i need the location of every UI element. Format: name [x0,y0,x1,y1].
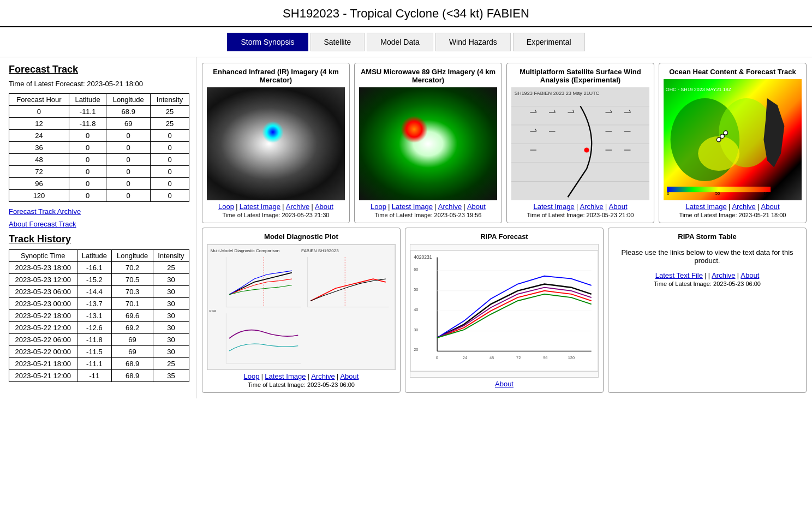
ir-imagery-image [207,87,345,200]
svg-point-25 [584,147,589,152]
forecast-track-title: Forecast Track [9,64,189,75]
model-diagnostic-title: Model Diagnostic Plot [207,232,396,241]
svg-text:50: 50 [715,191,720,196]
table-row: 2023-05-22 18:00-13.169.630 [9,310,189,322]
left-panel: Forecast Track Time of Latest Forecast: … [0,57,196,398]
table-row: 2023-05-21 18:00-11.168.925 [9,358,189,370]
wind-latest-link[interactable]: Latest Image [533,202,574,211]
ir-archive-link[interactable]: Archive [286,202,309,211]
table-row: 2023-05-22 00:00-11.56930 [9,346,189,358]
table-row: 2023-05-23 00:00-13.770.130 [9,298,189,310]
amsu-about-link[interactable]: About [467,202,486,211]
track-col-time: Synoptic Time [9,250,77,262]
wind-analysis-links: Latest Image | Archive | About [511,202,649,211]
svg-text:0: 0 [667,191,669,196]
table-row: 2023-05-23 06:00-14.470.330 [9,286,189,298]
tab-storm-synopsis[interactable]: Storm Synopsis [227,33,308,51]
wind-analysis-svg: SH1923 FABIEN 2023 23 May 21UTC [511,87,649,200]
track-history-scroll[interactable]: Synoptic Time Latitude Longitude Intensi… [9,249,189,387]
ripa-storm-body: Please use the links below to view the t… [613,244,802,269]
table-row: 2023-05-23 12:00-15.270.530 [9,274,189,286]
ohc-card: Ocean Heat Content & Forecast Track OHC … [659,63,807,223]
ripa-storm-time: Time of Latest Image: 2023-05-23 06:00 [613,281,802,287]
svg-text:SH1923   FABIEN 2023 23 May 21: SH1923 FABIEN 2023 23 May 21UTC [515,91,600,96]
svg-text:RIPA: RIPA [209,309,216,313]
table-row: 12-11.86925 [9,118,189,130]
tab-experimental[interactable]: Experimental [513,33,585,51]
ripa-forecast-image: 4020231 [410,244,599,378]
amsu-imagery-card: AMSU Microwave 89 GHz Imagery (4 km Merc… [354,63,502,223]
track-col-lon: Longitude [112,250,153,262]
model-latest-link[interactable]: Latest Image [265,372,306,380]
ripa-storm-archive-link[interactable]: Archive [712,271,735,279]
model-diagnostic-svg: Multi-Model Diagnostic Comparison FABIEN… [207,244,395,369]
amsu-latest-link[interactable]: Latest Image [392,202,433,211]
amsu-loop-link[interactable]: Loop [371,202,386,211]
ripa-storm-card: RIPA Storm Table Please use the links be… [608,228,807,393]
imagery-row-1: Enhanced Infrared (IR) Imagery (4 km Mer… [202,63,807,223]
wind-about-link[interactable]: About [609,202,628,211]
model-loop-link[interactable]: Loop [244,372,260,380]
svg-text:100: 100 [763,191,771,196]
tab-model-data[interactable]: Model Data [367,33,433,51]
forecast-col-lon: Longitude [106,94,151,106]
wind-archive-link[interactable]: Archive [580,202,603,211]
svg-text:72: 72 [516,355,521,360]
forecast-time-label: Time of Latest Forecast: 2023-05-21 18:0… [9,80,189,88]
table-row: 2023-05-23 18:00-16.170.225 [9,262,189,274]
track-col-intensity: Intensity [153,250,189,262]
tab-satellite[interactable]: Satellite [311,33,365,51]
ripa-storm-latest-link[interactable]: Latest Text File [655,271,703,279]
svg-text:50: 50 [414,287,418,292]
amsu-archive-link[interactable]: Archive [438,202,462,211]
table-row: 2023-05-22 12:00-12.669.230 [9,322,189,334]
svg-text:OHC - SH19 2023 MAY21 18Z: OHC - SH19 2023 MAY21 18Z [666,87,732,92]
svg-text:30: 30 [414,327,418,332]
svg-point-32 [720,134,725,139]
amsu-imagery-time: Time of Latest Image: 2023-05-23 19:56 [359,212,497,218]
wind-analysis-title: Multiplatform Satellite Surface Wind Ana… [511,68,649,84]
ripa-about-link[interactable]: About [495,380,514,388]
svg-point-31 [717,138,721,142]
ohc-about-link[interactable]: About [761,202,780,211]
ripa-storm-about-link[interactable]: About [741,271,759,279]
svg-text:96: 96 [543,355,547,360]
table-row: 2023-05-22 06:00-11.86930 [9,334,189,346]
ripa-forecast-links: About [410,380,599,388]
wind-analysis-image: SH1923 FABIEN 2023 23 May 21UTC [511,87,649,200]
svg-text:60: 60 [414,267,418,272]
nav-bar: Storm Synopsis Satellite Model Data Wind… [0,27,812,57]
ripa-forecast-title: RIPA Forecast [410,232,599,241]
model-archive-link[interactable]: Archive [311,372,335,380]
ohc-latest-link[interactable]: Latest Image [685,202,726,211]
model-diagnostic-time: Time of Latest Image: 2023-05-23 06:00 [207,381,396,388]
main-layout: Forecast Track Time of Latest Forecast: … [0,57,812,398]
ir-loop-link[interactable]: Loop [218,202,234,211]
table-row: 2023-05-21 12:00-1168.935 [9,370,189,382]
model-about-link[interactable]: About [340,372,359,380]
forecast-track-archive-link[interactable]: Forecast Track Archive [9,207,189,216]
ohc-title: Ocean Heat Content & Forecast Track [664,68,802,76]
forecast-table: Forecast Hour Latitude Longitude Intensi… [9,93,189,202]
tab-wind-hazards[interactable]: Wind Hazards [435,33,511,51]
model-diagnostic-links: Loop | Latest Image | Archive | About [207,372,396,380]
svg-text:0: 0 [436,355,438,360]
svg-text:FABIEN  SH192023: FABIEN SH192023 [301,248,339,253]
svg-text:40: 40 [414,307,418,312]
table-row: 24000 [9,130,189,142]
ir-latest-link[interactable]: Latest Image [240,202,280,211]
track-history-table: Synoptic Time Latitude Longitude Intensi… [9,249,189,382]
about-forecast-track-link[interactable]: About Forecast Track [9,220,189,228]
wind-analysis-card: Multiplatform Satellite Surface Wind Ana… [506,63,654,223]
ohc-svg: OHC - SH19 2023 MAY21 18Z [664,79,802,200]
ir-about-link[interactable]: About [315,202,333,211]
ripa-storm-title: RIPA Storm Table [613,232,802,241]
svg-text:48: 48 [489,355,494,360]
ohc-time: Time of Latest Image: 2023-05-21 18:00 [664,212,802,218]
ohc-links: Latest Image | Archive | About [664,202,802,211]
svg-text:20: 20 [414,347,418,352]
ohc-archive-link[interactable]: Archive [732,202,755,211]
track-history-title: Track History [9,234,189,245]
ripa-forecast-card: RIPA Forecast 4020231 [405,228,604,393]
ripa-storm-links: Latest Text File | | Archive | About [613,271,802,279]
